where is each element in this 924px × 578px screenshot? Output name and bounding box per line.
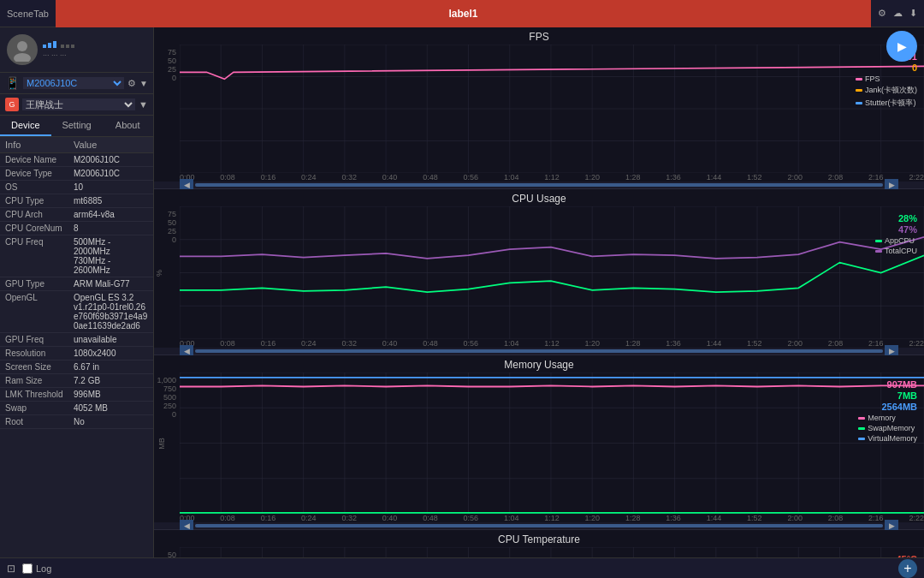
info-value: 8 bbox=[68, 222, 153, 235]
virtual-value: 2564MB bbox=[881, 402, 917, 412]
user-select[interactable]: 王牌战士 bbox=[22, 98, 135, 110]
cpu-xaxis: 0:000:080:160:240:320:400:480:561:041:12… bbox=[154, 339, 924, 348]
cpu-scroll-thumb[interactable] bbox=[195, 349, 883, 353]
cpu-app-value: 28% bbox=[898, 213, 917, 223]
memory-canvas: 907MB 7MB 2564MB Memory SwapMemory bbox=[180, 372, 924, 514]
memory-legend: 907MB 7MB 2564MB Memory SwapMemory bbox=[858, 379, 917, 443]
cpu-legend-app: AppCPU bbox=[875, 236, 917, 245]
user-row[interactable]: G 王牌战士 ▼ bbox=[0, 94, 153, 116]
fps-xaxis: 0:000:080:160:240:320:400:480:561:041:12… bbox=[154, 173, 924, 182]
temp-current-value: 45°C bbox=[896, 554, 917, 557]
cloud-icon[interactable]: ☁ bbox=[893, 8, 903, 19]
info-key: CPU Type bbox=[0, 194, 68, 208]
info-row: Ram Size7.2 GB bbox=[0, 374, 153, 388]
device-select[interactable]: M2006J10C bbox=[23, 77, 124, 89]
fps-canvas: 61 0 FPS Jank(卡顿次数) S bbox=[180, 45, 924, 173]
add-chart-button[interactable]: + bbox=[898, 559, 917, 578]
info-row: Resolution1080x2400 bbox=[0, 347, 153, 361]
memory-legend-memory: Memory bbox=[858, 414, 917, 422]
memory-scroll-thumb[interactable] bbox=[195, 524, 883, 527]
info-key: Screen Size bbox=[0, 361, 68, 374]
temp-canvas: 45°C CTemp bbox=[180, 547, 924, 557]
temp-chart-area: 50 40 30 20 10 0 °C bbox=[154, 547, 924, 557]
memory-legend-swap: SwapMemory bbox=[858, 424, 917, 432]
info-col-header: Info bbox=[0, 137, 68, 153]
info-key: GPU Freq bbox=[0, 333, 68, 347]
fps-chart-section: FPS 75 50 25 0 bbox=[154, 27, 924, 189]
info-value: No bbox=[68, 415, 153, 429]
temp-legend: 45°C CTemp bbox=[883, 554, 917, 557]
info-key: Ram Size bbox=[0, 374, 68, 388]
charts-area: ▶ FPS 75 50 25 0 bbox=[154, 27, 924, 557]
info-row: LMK Threshold996MB bbox=[0, 388, 153, 402]
tab-device[interactable]: Device bbox=[0, 116, 51, 136]
info-value: M2006J10C bbox=[68, 153, 153, 167]
fps-scrollbar[interactable]: ◀ ▶ bbox=[154, 182, 924, 188]
memory-chart-area: 1,000 750 500 250 0 MB bbox=[154, 372, 924, 514]
device-settings-icon[interactable]: ⚙ bbox=[127, 78, 136, 89]
log-checkbox[interactable] bbox=[22, 563, 33, 574]
info-value: ARM Mali-G77 bbox=[68, 277, 153, 291]
info-key: OS bbox=[0, 181, 68, 194]
fps-legend-jank: Jank(卡顿次数) bbox=[856, 85, 917, 96]
info-row: Device NameM2006J10C bbox=[0, 153, 153, 167]
value-col-header: Value bbox=[68, 137, 153, 153]
info-key: GPU Type bbox=[0, 277, 68, 291]
log-checkbox-label[interactable]: Log bbox=[22, 563, 51, 574]
bottom-bar: ⊡ Log + bbox=[0, 557, 924, 578]
main-layout: ··· ··· ··· 📱 M2006J10C ⚙ ▼ G 王牌战士 ▼ Dev… bbox=[0, 27, 924, 557]
info-value: arm64-v8a bbox=[68, 208, 153, 222]
log-label: Log bbox=[36, 563, 51, 574]
play-button[interactable]: ▶ bbox=[886, 31, 917, 62]
signal-bars bbox=[43, 41, 74, 48]
cpu-scroll-track[interactable] bbox=[195, 349, 883, 353]
temp-yaxis: 50 40 30 20 10 0 bbox=[154, 547, 180, 557]
memory-yaxis: 1,000 750 500 250 0 bbox=[154, 372, 180, 432]
device-row[interactable]: 📱 M2006J10C ⚙ ▼ bbox=[0, 73, 153, 94]
info-value: mt6885 bbox=[68, 194, 153, 208]
tab-about[interactable]: About bbox=[102, 116, 153, 136]
fps-scroll-track[interactable] bbox=[195, 183, 883, 187]
memory-xaxis: 0:000:080:160:240:320:400:480:561:041:12… bbox=[154, 514, 924, 522]
info-value: 7.2 GB bbox=[68, 374, 153, 388]
tab-setting[interactable]: Setting bbox=[51, 116, 103, 136]
info-value: 10 bbox=[68, 181, 153, 194]
avatar bbox=[7, 34, 38, 65]
info-row: CPU Typemt6885 bbox=[0, 194, 153, 208]
cpu-scrollbar[interactable]: ◀ ▶ bbox=[154, 348, 924, 355]
cpu-chart-section: CPU Usage 75 50 25 0 % bbox=[154, 189, 924, 355]
info-row: RootNo bbox=[0, 415, 153, 429]
fps-scroll-thumb[interactable] bbox=[195, 183, 883, 187]
temp-chart-title: CPU Temperature bbox=[154, 530, 924, 547]
info-value: 996MB bbox=[68, 388, 153, 402]
info-key: Root bbox=[0, 415, 68, 429]
profile-info: ··· ··· ··· bbox=[43, 41, 74, 59]
cpu-chart-area: 75 50 25 0 % bbox=[154, 206, 924, 339]
device-icon: 📱 bbox=[5, 76, 20, 90]
memory-scrollbar[interactable]: ◀ ▶ bbox=[154, 522, 924, 529]
settings-icon[interactable]: ⚙ bbox=[878, 8, 886, 19]
left-panel: ··· ··· ··· 📱 M2006J10C ⚙ ▼ G 王牌战士 ▼ Dev… bbox=[0, 27, 154, 557]
memory-legend-virtual: VirtualMemory bbox=[858, 434, 917, 443]
info-value: 6.67 in bbox=[68, 361, 153, 374]
label1-tab[interactable]: label1 bbox=[56, 0, 871, 27]
memory-scroll-track[interactable] bbox=[195, 524, 883, 527]
info-key: Device Type bbox=[0, 167, 68, 181]
profile-section: ··· ··· ··· bbox=[0, 27, 153, 73]
scene-tab-label[interactable]: SceneTab bbox=[0, 9, 56, 19]
memory-yaxis-label: MB bbox=[157, 438, 166, 450]
info-row: CPU Archarm64-v8a bbox=[0, 208, 153, 222]
info-key: LMK Threshold bbox=[0, 388, 68, 402]
memory-value: 907MB bbox=[887, 379, 917, 390]
cpu-yaxis-label: % bbox=[155, 269, 163, 276]
swap-value: 7MB bbox=[897, 390, 917, 401]
info-key: Resolution bbox=[0, 347, 68, 361]
info-table: Info Value Device NameM2006J10CDevice Ty… bbox=[0, 137, 153, 557]
cpu-legend: 28% 47% AppCPU TotalCPU bbox=[875, 213, 917, 255]
expand-button[interactable]: ⊡ bbox=[7, 563, 15, 575]
device-tabs: DeviceSettingAbout bbox=[0, 116, 153, 137]
fps-chart-title: FPS bbox=[154, 27, 924, 45]
user-dropdown-arrow: ▼ bbox=[139, 99, 148, 110]
info-value: M2006J10C bbox=[68, 167, 153, 181]
download-icon[interactable]: ⬇ bbox=[909, 8, 917, 19]
